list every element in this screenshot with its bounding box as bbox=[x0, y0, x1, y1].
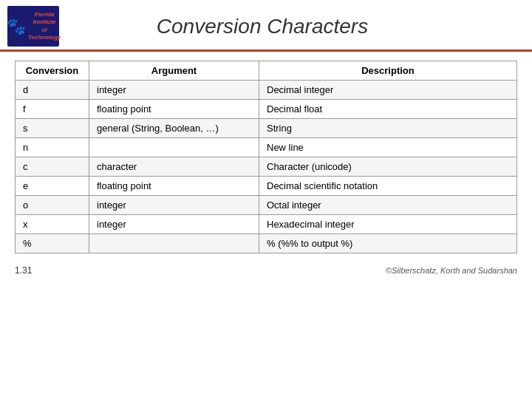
table-row: sgeneral (String, Boolean, …)String bbox=[16, 119, 517, 138]
main-content: Conversion Argument Description dinteger… bbox=[0, 52, 532, 258]
conversion-table: Conversion Argument Description dinteger… bbox=[15, 61, 517, 253]
table-row: %% (%% to output %) bbox=[16, 234, 517, 253]
col-header-conversion: Conversion bbox=[16, 61, 89, 81]
table-row: ccharacterCharacter (unicode) bbox=[16, 157, 517, 177]
table-row: efloating pointDecimal scientific notati… bbox=[16, 177, 517, 196]
cell-description: % (%% to output %) bbox=[259, 234, 517, 253]
cell-conversion: f bbox=[16, 100, 89, 119]
cell-description: New line bbox=[259, 138, 517, 157]
cell-description: Decimal integer bbox=[259, 81, 517, 100]
logo-area: 🐾 Florida Institute of Technology bbox=[7, 6, 59, 47]
cell-argument: integer bbox=[89, 81, 259, 100]
cell-conversion: s bbox=[16, 119, 89, 138]
cell-description: Character (unicode) bbox=[259, 157, 517, 177]
cell-argument: general (String, Boolean, …) bbox=[89, 119, 259, 138]
cell-description: String bbox=[259, 119, 517, 138]
footer-page: 1.31 bbox=[15, 265, 32, 276]
cell-argument: integer bbox=[89, 196, 259, 215]
footer: 1.31 ©Silberschatz, Korth and Sudarshan bbox=[0, 261, 532, 280]
logo-box: 🐾 Florida Institute of Technology bbox=[7, 6, 59, 47]
cell-argument: integer bbox=[89, 215, 259, 234]
col-header-description: Description bbox=[259, 61, 517, 81]
table-header-row: Conversion Argument Description bbox=[16, 61, 517, 81]
cell-argument: character bbox=[89, 157, 259, 177]
table-row: ointegerOctal integer bbox=[16, 196, 517, 215]
cell-argument: floating point bbox=[89, 177, 259, 196]
cell-description: Hexadecimal integer bbox=[259, 215, 517, 234]
cell-conversion: x bbox=[16, 215, 89, 234]
cell-conversion: % bbox=[16, 234, 89, 253]
col-header-argument: Argument bbox=[89, 61, 259, 81]
table-row: dintegerDecimal integer bbox=[16, 81, 517, 100]
cell-conversion: d bbox=[16, 81, 89, 100]
cell-conversion: c bbox=[16, 157, 89, 177]
logo-text: Florida Institute of Technology bbox=[28, 11, 61, 42]
table-row: xintegerHexadecimal integer bbox=[16, 215, 517, 234]
page-title: Conversion Characters bbox=[59, 15, 517, 38]
cell-conversion: o bbox=[16, 196, 89, 215]
cell-description: Octal integer bbox=[259, 196, 517, 215]
header: 🐾 Florida Institute of Technology Conver… bbox=[0, 0, 532, 52]
cell-argument bbox=[89, 138, 259, 157]
cell-description: Decimal float bbox=[259, 100, 517, 119]
cell-conversion: n bbox=[16, 138, 89, 157]
cell-conversion: e bbox=[16, 177, 89, 196]
cell-argument: floating point bbox=[89, 100, 259, 119]
cell-description: Decimal scientific notation bbox=[259, 177, 517, 196]
footer-credit: ©Silberschatz, Korth and Sudarshan bbox=[386, 266, 517, 275]
logo-animal-icon: 🐾 bbox=[6, 17, 26, 36]
cell-argument bbox=[89, 234, 259, 253]
table-row: nNew line bbox=[16, 138, 517, 157]
table-row: ffloating pointDecimal float bbox=[16, 100, 517, 119]
